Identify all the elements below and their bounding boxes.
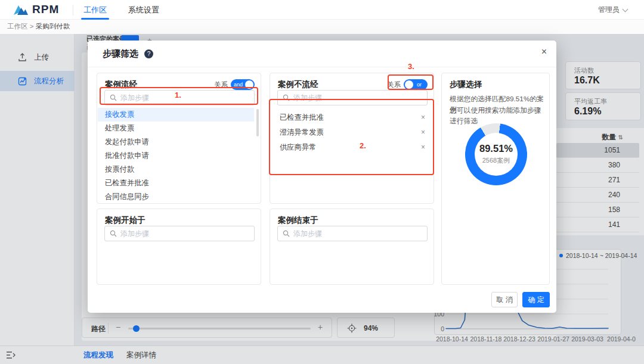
selected-step-label: 供应商异常: [280, 140, 316, 155]
starts-search-box: [104, 226, 255, 241]
selected-step-label: 已检查并批准: [280, 110, 324, 125]
step-option[interactable]: 已检查并批准: [98, 176, 254, 190]
panel-title: 案例开始于: [105, 215, 145, 226]
not-flow-search-box: [277, 90, 428, 105]
toggle-state-label: and: [234, 82, 243, 88]
search-icon: [283, 230, 290, 237]
panel-not-flow-through: 案例不流经 关系 or 已检查并批准 × 澄清异常发票 × 供应商异常 ×: [270, 73, 434, 204]
confirm-button[interactable]: 确 定: [522, 292, 550, 307]
modal-title: 步骤筛选: [103, 48, 138, 60]
remove-step-icon[interactable]: ×: [421, 140, 425, 155]
list-scrollbar[interactable]: [256, 109, 259, 136]
nav-tab-system-settings[interactable]: 系统设置: [128, 0, 159, 20]
panel-case-starts: 案例开始于: [97, 209, 261, 285]
modal-title-divider: [88, 67, 556, 67]
relation-label: 关系: [214, 80, 228, 89]
logo-text: RPM: [32, 3, 59, 16]
ends-search-input[interactable]: [293, 229, 422, 238]
step-option-list: 接收发票 处理发票 发起付款申请 批准付款申请 按票付款 已检查并批准 合同信息…: [98, 108, 254, 203]
search-icon: [110, 230, 117, 237]
flow-search-box: [104, 90, 255, 105]
donut-center: 89.51% 2568案例: [442, 123, 550, 165]
chevron-down-icon: [623, 6, 628, 12]
relation-label: 关系: [387, 80, 401, 89]
step-option[interactable]: 按票付款: [98, 163, 254, 176]
remove-step-icon[interactable]: ×: [421, 125, 425, 140]
panel-title: 案例结束于: [278, 215, 318, 226]
mountain-logo-icon: [13, 4, 29, 15]
remove-step-icon[interactable]: ×: [421, 110, 425, 125]
breadcrumb: 工作区 > 采购到付款: [7, 22, 70, 31]
breadcrumb-bar: 工作区 > 采购到付款: [0, 20, 644, 34]
header-divider: [73, 5, 73, 15]
toggle-knob: [245, 80, 253, 89]
breadcrumb-workspace[interactable]: 工作区: [7, 23, 28, 30]
step-option[interactable]: 批准付款申请: [98, 149, 254, 163]
breadcrumb-current: 采购到付款: [36, 23, 70, 30]
panel-flow-through: 案例流经 关系 and 接收发票 处理发票 发起付款申请 批准付款申请 按票付款…: [97, 73, 261, 204]
step-option[interactable]: 接收发票: [98, 108, 254, 122]
top-header: RPM 工作区 系统设置 管理员: [0, 0, 644, 20]
toggle-knob: [405, 80, 413, 89]
help-icon[interactable]: ?: [144, 49, 153, 58]
selected-step-row: 已检查并批准 ×: [270, 110, 434, 125]
relation-toggle-or[interactable]: or: [404, 79, 428, 90]
panel-title: 案例流经: [105, 79, 137, 90]
panel-case-ends: 案例结束于: [270, 209, 434, 285]
selected-step-row: 供应商异常 ×: [270, 140, 434, 155]
panel-step-selection: 步骤选择 根据您的选择匹配89.51%的案例 您可以使用搜索功能添加步骤进行筛选…: [441, 73, 550, 285]
donut-case-count: 2568案例: [442, 156, 550, 165]
close-icon[interactable]: ×: [541, 46, 547, 57]
step-option[interactable]: 发起付款申请: [98, 135, 254, 149]
search-icon: [110, 94, 117, 101]
cancel-button[interactable]: 取 消: [491, 292, 518, 307]
breadcrumb-separator: >: [30, 23, 36, 30]
not-flow-search-input[interactable]: [293, 94, 422, 102]
search-icon: [283, 94, 290, 101]
step-option[interactable]: 合同信息同步: [98, 190, 254, 203]
flow-search-input[interactable]: [120, 94, 249, 102]
step-option[interactable]: 处理发票: [98, 122, 254, 135]
selected-step-row: 澄清异常发票 ×: [270, 125, 434, 140]
step-filter-modal: 步骤筛选 ? × 案例流经 关系 and 接收发票 处理发票 发起付款申请 批准…: [88, 41, 556, 313]
panel-title: 案例不流经: [278, 79, 318, 90]
app-logo: RPM: [13, 3, 59, 16]
panel-title: 步骤选择: [450, 79, 482, 90]
selected-step-label: 澄清异常发票: [280, 125, 324, 140]
donut-percent: 89.51%: [442, 143, 550, 154]
nav-tab-workspace[interactable]: 工作区: [83, 0, 107, 20]
user-name: 管理员: [598, 5, 620, 15]
ends-search-box: [277, 226, 428, 241]
starts-search-input[interactable]: [120, 229, 249, 238]
toggle-state-label: or: [417, 82, 422, 88]
relation-toggle-and[interactable]: and: [231, 79, 255, 90]
user-menu[interactable]: 管理员: [598, 0, 627, 20]
